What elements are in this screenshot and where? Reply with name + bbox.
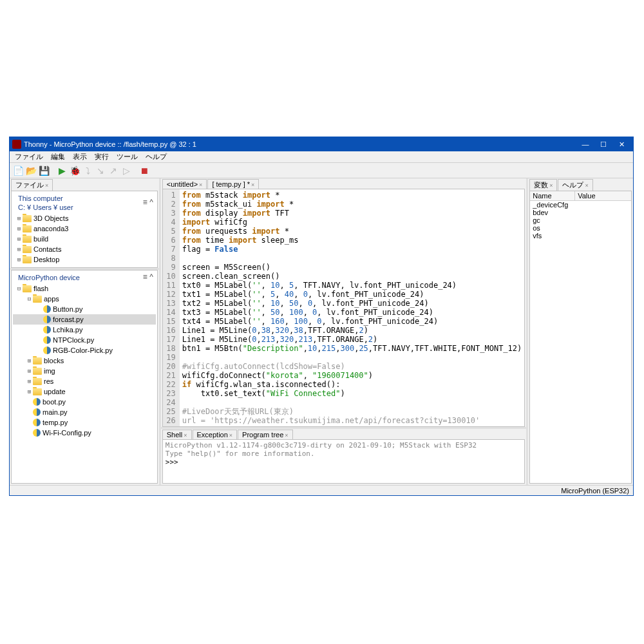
col-name[interactable]: Name [530,191,575,200]
menu-ヘルプ[interactable]: ヘルプ [143,152,169,162]
expand-icon[interactable]: ⊟ [15,285,23,292]
tree-label: anaconda3 [33,225,68,232]
save-icon[interactable]: 💾 [38,165,50,176]
chevron-up-icon[interactable]: ^ [149,198,153,207]
shell-tab[interactable]: Shell× [162,430,192,439]
close-icon[interactable]: × [585,182,588,189]
menu-ツール[interactable]: ツール [114,152,140,162]
folder-icon [33,296,42,303]
menu-実行[interactable]: 実行 [92,152,111,162]
expand-icon[interactable]: ⊞ [15,246,23,252]
tree-label: boot.py [43,398,66,406]
expand-icon[interactable]: ⊞ [26,368,33,374]
chevron-up-icon[interactable]: ^ [149,272,153,281]
shell-tab[interactable]: Program tree× [238,430,292,439]
expand-icon[interactable]: ⊞ [15,225,23,232]
right-tab[interactable]: ヘルプ× [558,179,592,191]
new-file-icon[interactable]: 📄 [12,165,24,176]
tree-item[interactable]: ⊞update [13,386,156,397]
close-button[interactable]: ✕ [612,138,630,151]
variable-row[interactable]: gc [530,216,631,224]
variable-row[interactable]: vfs [530,232,631,240]
stop-icon[interactable]: ⏹ [138,165,150,176]
tab-files[interactable]: ファイル× [11,179,53,191]
expand-icon[interactable]: ⊟ [26,296,33,302]
tree-label: RGB-Color-Pick.py [53,346,113,354]
open-file-icon[interactable]: 📂 [25,165,37,176]
menu-表示[interactable]: 表示 [70,152,90,162]
close-icon[interactable]: × [229,432,232,439]
close-icon[interactable]: × [549,182,553,189]
tree-item[interactable]: forcast.py [13,314,156,325]
step-out-icon[interactable]: ↗ [108,165,119,176]
editor-tab[interactable]: <untitled>× [162,179,207,189]
expand-icon[interactable]: ⊞ [26,357,33,364]
tree-label: update [44,388,66,395]
right-tab[interactable]: 変数× [529,179,557,191]
tree-label: forcast.py [53,316,84,323]
tree-label: Desktop [33,256,59,263]
tree-item[interactable]: RGB-Color-Pick.py [13,345,156,355]
code-area[interactable]: from m5stack import *from m5stack_ui imp… [180,189,524,426]
editor-tab[interactable]: [ temp.py ] *× [207,179,259,189]
close-icon[interactable]: × [199,182,202,188]
close-icon[interactable]: × [45,182,48,189]
variables-panel: 変数×ヘルプ× NameValue _deviceCfgbdevgcosvfs [528,178,633,485]
debug-icon[interactable]: 🐞 [69,165,80,176]
tree-label: Contacts [33,245,61,253]
tree-item[interactable]: ⊟apps [13,294,156,304]
run-icon[interactable]: ▶ [56,165,68,176]
tree-item[interactable]: boot.py [13,397,156,407]
tree-item[interactable]: ⊞res [13,376,156,386]
menu-編集[interactable]: 編集 [48,152,68,162]
tree-label: main.py [43,408,68,416]
step-over-icon[interactable]: ⤵ [82,165,93,176]
tree-item[interactable]: ⊞Desktop [13,254,156,265]
folder-icon [33,368,42,375]
expand-icon[interactable]: ⊞ [15,236,23,242]
menu-icon[interactable]: ≡ [143,272,147,281]
resume-icon[interactable]: ▷ [120,165,132,176]
tree-item[interactable]: ⊞img [13,366,156,376]
tree-item[interactable]: Button.py [13,304,156,314]
expand-icon[interactable]: ⊞ [15,215,23,222]
maximize-button[interactable]: ☐ [594,138,612,151]
shell-tab[interactable]: Exception× [193,430,238,439]
tree-label: 3D Objects [33,214,68,222]
step-into-icon[interactable]: ↘ [95,165,106,176]
code-editor[interactable]: 1234567891011121314151617181920212223242… [162,189,525,427]
tree-item[interactable]: NTPClock.py [13,335,156,345]
tree-label: temp.py [43,419,68,426]
tree-item[interactable]: ⊞anaconda3 [13,223,156,234]
app-icon [12,140,21,149]
interpreter-label[interactable]: MicroPython (ESP32) [561,487,629,495]
tree-item[interactable]: main.py [13,407,156,417]
expand-icon[interactable]: ⊞ [26,388,33,395]
tree-item[interactable]: temp.py [13,417,156,428]
shell-output[interactable]: MicroPython v1.12-1174-g800c3c719-dirty … [162,439,525,484]
close-icon[interactable]: × [251,182,254,188]
menu-ファイル[interactable]: ファイル [12,152,46,162]
tree-item[interactable]: ⊞blocks [13,355,156,366]
variable-row[interactable]: _deviceCfg [530,201,631,209]
close-icon[interactable]: × [184,432,187,439]
close-icon[interactable]: × [285,432,288,439]
tree-item[interactable]: Lchika.py [13,325,156,335]
variable-row[interactable]: os [530,224,631,232]
tree-item[interactable]: ⊟flash [13,283,156,294]
tree-item[interactable]: ⊞build [13,234,156,244]
expand-icon[interactable]: ⊞ [15,256,23,263]
tree-item[interactable]: Wi-Fi-Config.py [13,428,156,438]
menu-icon[interactable]: ≡ [143,198,147,207]
folder-icon [23,236,32,243]
content-area: ファイル× This computerC: ¥ Users ¥ user≡ ^ … [10,178,633,485]
this-computer-label[interactable]: This computer [15,193,76,202]
variable-row[interactable]: bdev [530,209,631,216]
minimize-button[interactable]: — [576,138,594,151]
tree-item[interactable]: ⊞Contacts [13,244,156,254]
col-value[interactable]: Value [575,191,631,200]
device-label[interactable]: MicroPython device [15,272,82,281]
titlebar[interactable]: Thonny - MicroPython device :: /flash/te… [10,137,633,151]
tree-item[interactable]: ⊞3D Objects [13,213,156,223]
expand-icon[interactable]: ⊞ [26,378,33,384]
